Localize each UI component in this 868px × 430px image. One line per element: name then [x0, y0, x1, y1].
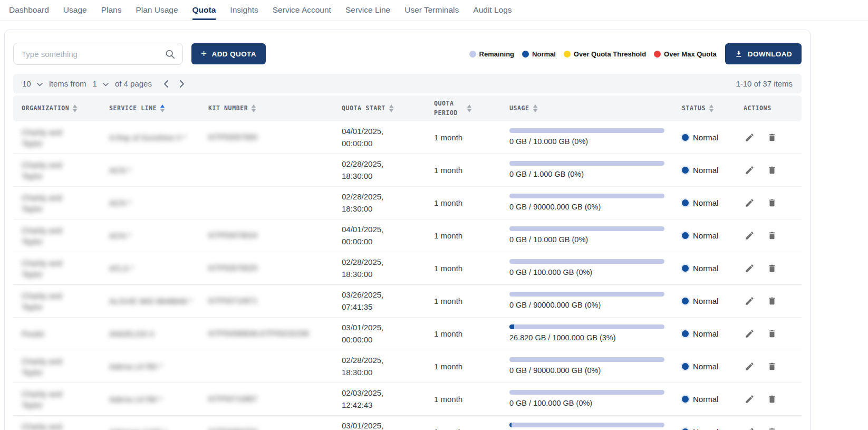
column-header-organization[interactable]: ORGANIZATION: [13, 101, 101, 116]
legend-dot-icon: [564, 51, 571, 58]
quota-period-cell: 1 month: [426, 160, 501, 180]
edit-icon[interactable]: [745, 394, 755, 404]
page-size-select[interactable]: 10: [22, 79, 43, 88]
kit-number-cell: KITP00710867: [200, 390, 333, 409]
quota-start-cell: 02/28/2025,18:30:00: [333, 350, 426, 383]
next-page-button[interactable]: [180, 80, 185, 88]
organization-cell: Charity and Taylor: [13, 155, 101, 186]
search-icon[interactable]: [165, 49, 176, 60]
table-row: Poulet ANGELOS II KITP00088836,KITP00232…: [13, 318, 802, 350]
quota-start-cell: 04/01/2025,00:00:00: [333, 121, 426, 154]
delete-icon[interactable]: [767, 198, 777, 208]
kit-number-cell: KITP00710871: [200, 292, 333, 311]
column-header-status[interactable]: STATUS: [673, 101, 735, 116]
actions-cell: [735, 394, 802, 404]
toolbar: + ADD QUOTA RemainingNormalOver Quota Th…: [13, 43, 802, 65]
quota-period-cell: 1 month: [426, 291, 501, 311]
add-quota-button[interactable]: + ADD QUOTA: [191, 43, 266, 64]
column-header-usage[interactable]: USAGE: [501, 101, 673, 116]
plus-icon: +: [201, 49, 207, 59]
sort-arrows-icon[interactable]: [73, 104, 77, 112]
nav-item-dashboard[interactable]: Dashboard: [9, 0, 49, 20]
nav-item-usage[interactable]: Usage: [63, 0, 87, 20]
usage-cell: 0 GB / 100.000 GB (0%): [501, 386, 673, 413]
usage-cell: 26.820 GB / 1000.000 GB (3%): [501, 320, 673, 347]
sort-arrows-icon[interactable]: [533, 104, 537, 112]
organization-cell: Charity and Taylor: [13, 286, 101, 317]
add-quota-label: ADD QUOTA: [212, 50, 256, 58]
column-header-service-line[interactable]: SERVICE LINE: [101, 101, 200, 116]
nav-item-quota[interactable]: Quota: [192, 0, 216, 20]
legend-item: Over Max Quota: [654, 50, 717, 58]
quota-period-cell: 1 month: [426, 128, 501, 147]
column-header-quota-start[interactable]: QUOTA START: [333, 101, 426, 116]
of-pages-label: of 4 pages: [115, 79, 152, 88]
service-line-cell: ACN *: [101, 160, 200, 180]
usage-label: 0 GB / 90000.000 GB (0%): [509, 365, 670, 376]
nav-item-service-line[interactable]: Service Line: [345, 0, 390, 20]
service-line-cell: Adena LK780 *: [101, 357, 200, 376]
edit-icon[interactable]: [745, 132, 755, 142]
sort-arrows-icon[interactable]: [160, 104, 165, 112]
search-input[interactable]: [22, 50, 165, 59]
delete-icon[interactable]: [767, 329, 777, 339]
search-box[interactable]: [13, 43, 183, 65]
prev-page-button[interactable]: [163, 80, 168, 88]
nav-item-insights[interactable]: Insights: [230, 0, 258, 20]
quota-start-cell: 03/26/2025,07:41:35: [333, 285, 426, 317]
delete-icon[interactable]: [767, 361, 777, 371]
nav-item-plans[interactable]: Plans: [101, 0, 122, 20]
usage-bar: [509, 128, 664, 133]
sort-arrows-icon[interactable]: [467, 104, 471, 112]
edit-icon[interactable]: [745, 165, 755, 175]
edit-icon[interactable]: [745, 427, 755, 430]
column-header-quota-period[interactable]: QUOTA PERIOD: [426, 96, 501, 121]
page-select[interactable]: 1: [93, 79, 109, 88]
organization-cell: Charity and Taylor: [13, 122, 101, 153]
sort-arrows-icon[interactable]: [709, 104, 713, 112]
sort-arrows-icon[interactable]: [389, 104, 393, 112]
edit-icon[interactable]: [745, 198, 755, 208]
organization-cell: Charity and Taylor: [13, 417, 101, 430]
kit-number-cell: KITP00078024: [200, 226, 333, 245]
edit-icon[interactable]: [745, 231, 755, 241]
download-button[interactable]: DOWNLOAD: [725, 43, 802, 64]
quota-period-cell: 1 month: [426, 259, 501, 278]
delete-icon[interactable]: [767, 296, 777, 306]
usage-bar: [509, 292, 664, 297]
delete-icon[interactable]: [767, 394, 777, 404]
service-line-cell: ATLS *: [101, 259, 200, 278]
pagination-bar: 10 Items from 1 of 4 pages 1-10 of 37 it…: [13, 74, 802, 93]
delete-icon[interactable]: [767, 263, 777, 273]
delete-icon[interactable]: [767, 165, 777, 175]
status-dot: [682, 298, 689, 304]
status-cell: Normal: [673, 389, 735, 409]
table-row: Charity and Taylor ATLS * KITP00078025 0…: [13, 252, 802, 285]
status-dot: [682, 167, 689, 174]
usage-label: 0 GB / 10.000 GB (0%): [509, 234, 670, 245]
organization-cell: Charity and Taylor: [13, 221, 101, 251]
sort-arrows-icon[interactable]: [252, 104, 256, 112]
delete-icon[interactable]: [767, 132, 777, 142]
edit-icon[interactable]: [745, 329, 755, 339]
usage-bar: [509, 423, 664, 427]
nav-item-audit-logs[interactable]: Audit Logs: [473, 0, 512, 20]
organization-cell: Charity and Taylor: [13, 188, 101, 218]
usage-label: 0 GB / 100.000 GB (0%): [509, 267, 670, 278]
edit-icon[interactable]: [745, 361, 755, 371]
legend-dot-icon: [522, 51, 529, 58]
delete-icon[interactable]: [767, 231, 777, 241]
organization-cell: Poulet: [13, 324, 101, 343]
table-header: ORGANIZATIONSERVICE LINEKIT NUMBERQUOTA …: [13, 95, 802, 121]
nav-item-plan-usage[interactable]: Plan Usage: [136, 0, 178, 20]
delete-icon[interactable]: [767, 427, 777, 430]
table-row: Charity and Taylor ACN * 02/28/2025,18:3…: [13, 154, 802, 187]
download-icon: [735, 50, 743, 58]
column-header-kit-number[interactable]: KIT NUMBER: [200, 101, 333, 116]
status-dot: [682, 363, 689, 370]
edit-icon[interactable]: [745, 296, 755, 306]
kit-number-cell: KITP00078025: [200, 259, 333, 278]
nav-item-user-terminals[interactable]: User Terminals: [404, 0, 459, 20]
nav-item-service-account[interactable]: Service Account: [273, 0, 331, 20]
edit-icon[interactable]: [745, 263, 755, 273]
